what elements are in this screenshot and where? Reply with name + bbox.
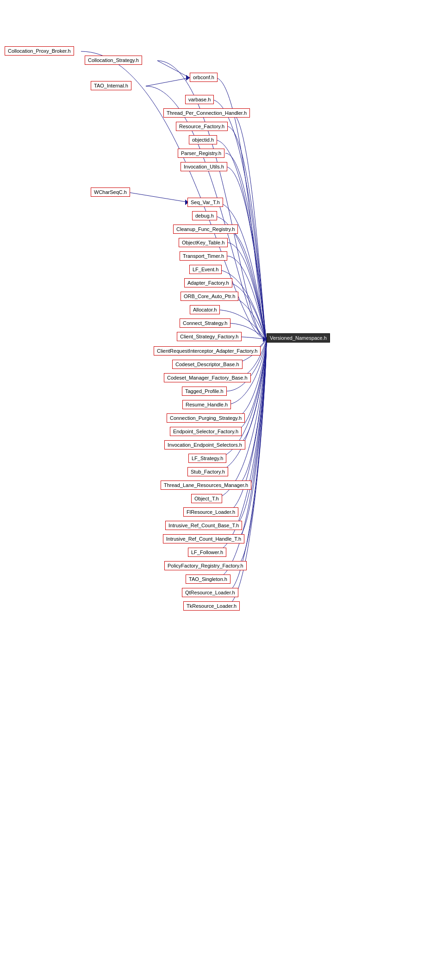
node-tagged-profile[interactable]: Tagged_Profile.h	[182, 387, 227, 396]
node-parser-registry[interactable]: Parser_Registry.h	[178, 149, 224, 158]
dependency-edges	[0, 0, 442, 980]
node-intrusive-ref-count-base-t[interactable]: Intrusive_Ref_Count_Base_T.h	[165, 521, 242, 530]
svg-marker-3	[186, 75, 190, 81]
node-tkresource-loader[interactable]: TkResource_Loader.h	[183, 601, 240, 611]
node-codeset-manager-factory-base[interactable]: Codeset_Manager_Factory_Base.h	[164, 373, 251, 382]
diagram-container: Collocation_Proxy_Broker.h Collocation_S…	[0, 0, 442, 980]
svg-line-4	[130, 193, 189, 202]
node-lf-follower[interactable]: LF_Follower.h	[188, 548, 226, 557]
node-objectid[interactable]: objectid.h	[189, 135, 217, 144]
node-versioned-namespace[interactable]: Versioned_Namespace.h	[267, 333, 330, 343]
node-debug[interactable]: debug.h	[192, 211, 217, 220]
node-client-strategy-factory[interactable]: Client_Strategy_Factory.h	[177, 332, 242, 341]
node-orb-core-auto-ptr[interactable]: ORB_Core_Auto_Ptr.h	[181, 292, 238, 301]
node-flresource-loader[interactable]: FlResource_Loader.h	[183, 507, 238, 517]
node-lf-strategy[interactable]: LF_Strategy.h	[188, 454, 226, 463]
node-collocation-strategy[interactable]: Collocation_Strategy.h	[85, 56, 142, 65]
node-connect-strategy[interactable]: Connect_Strategy.h	[180, 318, 230, 328]
node-endpoint-selector-factory[interactable]: Endpoint_Selector_Factory.h	[170, 427, 242, 436]
node-connection-purging-strategy[interactable]: Connection_Purging_Strategy.h	[167, 413, 245, 423]
node-stub-factory[interactable]: Stub_Factory.h	[187, 467, 228, 476]
svg-line-0	[157, 61, 190, 78]
node-varbase[interactable]: varbase.h	[185, 95, 214, 104]
node-codeset-descriptor-base[interactable]: Codeset_Descriptor_Base.h	[172, 360, 243, 369]
node-allocator[interactable]: Allocator.h	[190, 305, 220, 314]
node-adapter-factory[interactable]: Adapter_Factory.h	[184, 278, 232, 287]
node-orbconf[interactable]: orbconf.h	[190, 73, 218, 82]
svg-line-2	[146, 78, 190, 86]
node-tao-internal[interactable]: TAO_Internal.h	[91, 81, 131, 90]
node-invocation-utils[interactable]: Invocation_Utils.h	[181, 162, 227, 171]
node-transport-timer[interactable]: Transport_Timer.h	[180, 251, 227, 261]
node-qtresource-loader[interactable]: QtResource_Loader.h	[182, 588, 238, 597]
node-object-t[interactable]: Object_T.h	[191, 494, 222, 503]
node-thread-per-connection-handler[interactable]: Thread_Per_Connection_Handler.h	[163, 108, 250, 118]
node-invocation-endpoint-selectors[interactable]: Invocation_Endpoint_Selectors.h	[164, 440, 245, 449]
node-seq-var-t[interactable]: Seq_Var_T.h	[187, 198, 223, 207]
node-objectkey-table[interactable]: ObjectKey_Table.h	[179, 238, 228, 247]
node-resume-handle[interactable]: Resume_Handle.h	[182, 400, 231, 409]
node-intrusive-ref-count-handle-t[interactable]: Intrusive_Ref_Count_Handle_T.h	[163, 534, 244, 543]
node-lf-event[interactable]: LF_Event.h	[189, 265, 222, 274]
node-policyfactory-registry-factory[interactable]: PolicyFactory_Registry_Factory.h	[164, 561, 247, 570]
node-cleanup-func-registry[interactable]: Cleanup_Func_Registry.h	[173, 225, 238, 234]
node-thread-lane-resources-manager[interactable]: Thread_Lane_Resources_Manager.h	[161, 481, 251, 490]
node-resource-factory[interactable]: Resource_Factory.h	[176, 122, 228, 131]
node-wcharseqc[interactable]: WCharSeqC.h	[91, 187, 130, 197]
node-clientrequestinterceptor-adapter-factory[interactable]: ClientRequestInterceptor_Adapter_Factory…	[154, 346, 261, 356]
node-collocation-proxy-broker[interactable]: Collocation_Proxy_Broker.h	[5, 46, 74, 56]
node-tao-singleton[interactable]: TAO_Singleton.h	[186, 574, 230, 584]
